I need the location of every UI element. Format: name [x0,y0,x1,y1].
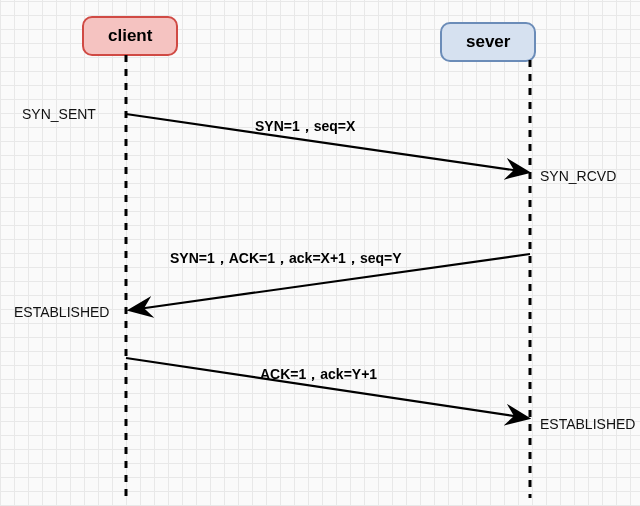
actor-client-box: client [82,16,178,56]
message-2-label: SYN=1，ACK=1，ack=X+1，seq=Y [170,250,402,268]
actor-client-label: client [108,26,152,45]
actor-server-label: sever [466,32,510,51]
message-1-label: SYN=1，seq=X [255,118,355,136]
state-syn-sent: SYN_SENT [22,106,96,122]
state-syn-rcvd: SYN_RCVD [540,168,616,184]
state-established-right: ESTABLISHED [540,416,635,432]
actor-server-box: sever [440,22,536,62]
message-3-label: ACK=1，ack=Y+1 [260,366,377,384]
state-established-left: ESTABLISHED [14,304,109,320]
